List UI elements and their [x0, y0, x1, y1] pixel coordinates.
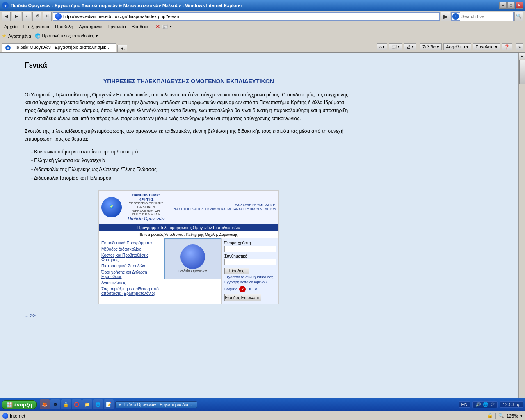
- taskbar-app-2[interactable]: 🔒: [61, 399, 71, 407]
- clock: 12:53 μμ: [500, 401, 523, 407]
- dept2: ΕΡΓΑΣΤΗΡΙΟ ΔΙΑΠΟΛΙΤΙΣΜΙΚΩΝ ΚΑΙ ΜΕΤΑΝΑΣΤΕ…: [171, 207, 276, 211]
- refresh-button[interactable]: ↺: [32, 12, 41, 21]
- menu-view[interactable]: Προβολή: [52, 23, 75, 30]
- suggested-sites-button[interactable]: 🌐 Προτεινόμενες τοποθεσίες ▾: [35, 33, 98, 39]
- dept-name: ΠΑΙΔΑΓΩΓΙΚΟ ΤΜΗΜΑ Δ.Ε.: [171, 203, 276, 207]
- menu-help[interactable]: Βοήθεια: [129, 23, 150, 30]
- tab-bar: e Παιδεία Ομογενών - Εργαστήριο Διαπολιτ…: [0, 41, 375, 52]
- supervisor-text: Επιστημονικός Υπεύθυνος : Καθηγητής Μιχά…: [139, 233, 238, 237]
- content-area: Γενικά ΥΠΗΡΕΣΙΕΣ ΤΗΛΕΚΠΑΙΔΕΥΣΗΣ ΟΜΟΓΕΝΩΝ…: [0, 53, 518, 407]
- page-content: Γενικά ΥΠΗΡΕΣΙΕΣ ΤΗΛΕΚΠΑΙΔΕΥΣΗΣ ΟΜΟΓΕΝΩΝ…: [25, 61, 353, 318]
- dropdown-button[interactable]: ▾: [22, 12, 31, 21]
- tab-icon: e: [5, 45, 11, 50]
- taskbar-apps: 🦊 ⚙ 🔒 ⭕ 📁 🌐 📝: [40, 399, 114, 407]
- globe-logo: 🌍: [101, 197, 122, 217]
- address-field[interactable]: http://www.ediamme.edc.uoc.gr/diaspora/i…: [53, 12, 440, 21]
- more-link[interactable]: ... >>: [25, 313, 353, 318]
- toolbar-row: ⌂ ▾ 📰 ▾ 🖨 ▾ Σελίδα ▾ Ασφάλεια ▾ Εργαλεία…: [375, 41, 525, 52]
- tray-icon-1: 🔊: [475, 402, 481, 407]
- search-bar: L 🔍: [451, 12, 523, 21]
- page-tool-button[interactable]: Σελίδα ▾: [420, 43, 442, 50]
- print-tool-button[interactable]: 🖨 ▾: [404, 43, 416, 50]
- search-provider-icon: L: [452, 13, 459, 20]
- taskbar-app-5[interactable]: 🌐: [93, 399, 103, 407]
- rss-icon: 📰: [162, 24, 168, 30]
- help-row: Βοήθεια ? HELP: [224, 286, 276, 292]
- password-label: Συνθηματικό: [224, 254, 276, 258]
- program-label: Π Ρ Ο Γ Ρ Α Μ Μ Α: [124, 212, 168, 216]
- taskbar-ie-window[interactable]: e Παιδεία Ομογενών - Εργαστήριο Διαπολιτ…: [115, 401, 197, 408]
- help-link[interactable]: HELP: [247, 287, 257, 291]
- taskbar-app-1[interactable]: ⚙: [50, 399, 60, 407]
- minimize-button[interactable]: −: [499, 2, 507, 9]
- help-label[interactable]: Βοήθεια: [224, 287, 237, 291]
- safety-tool-button[interactable]: Ασφάλεια ▾: [443, 43, 471, 50]
- taskbar-firefox-icon[interactable]: 🦊: [40, 399, 50, 407]
- help-tool-button[interactable]: ❓: [502, 43, 512, 50]
- brand-name: Παιδεία Ομογενών: [124, 216, 168, 221]
- tools-tool-button[interactable]: Εργαλεία ▾: [473, 43, 500, 50]
- expand-tool-button[interactable]: »: [516, 43, 523, 50]
- toolbar-sep1: [418, 43, 418, 50]
- scroll-thumb[interactable]: [519, 60, 525, 84]
- register-link[interactable]: Εγγραφή εκπαιδευόμενου: [224, 280, 276, 284]
- forward-button[interactable]: ▶: [12, 12, 21, 21]
- window-title: Παιδεία Ομογενών - Εργαστήριο Διαπολιτισ…: [11, 3, 242, 8]
- username-input[interactable]: [224, 246, 276, 252]
- search-button[interactable]: 🔍: [514, 12, 523, 21]
- portal-login-form: Όνομα χρήστη Συνθηματικό Είσοδος Ξεχάσατ…: [222, 238, 278, 304]
- active-tab[interactable]: e Παιδεία Ομογενών - Εργαστήριο Διαπολιτ…: [2, 43, 116, 52]
- title-bar: e Παιδεία Ομογενών - Εργαστήριο Διαπολιτ…: [0, 0, 525, 11]
- menu-tools[interactable]: Εργαλεία: [105, 23, 128, 30]
- taskbar-app-3[interactable]: ⭕: [72, 399, 82, 407]
- portal-link-4[interactable]: Όροι χρήσης και Δήλωση Εχεμύθειας: [101, 270, 162, 279]
- forgot-password-link[interactable]: Ξεχάσατε το συνθηματικό σας;: [224, 275, 276, 279]
- menu-edit[interactable]: Επεξεργασία: [21, 23, 52, 30]
- maximize-button[interactable]: □: [507, 2, 515, 9]
- portal-link-2[interactable]: Κόστος και Προϋποθέσεις Φοίτησης: [101, 253, 162, 262]
- bullet-item-2: - Διδασκαλία της Ελληνικής ως Δεύτερης /…: [31, 166, 353, 173]
- univ-name: ΠΑΝΕΠΙΣΤΗΜΙΟ ΚΡΗΤΗΣ: [124, 193, 168, 201]
- address-go-button[interactable]: ▶: [441, 12, 450, 21]
- start-icon: 🪟: [6, 402, 13, 408]
- new-tab-button[interactable]: +: [117, 45, 127, 52]
- username-field: Όνομα χρήστη: [224, 241, 276, 252]
- password-input[interactable]: [224, 259, 276, 265]
- start-button[interactable]: 🪟 έναρξη: [2, 400, 37, 408]
- menu-favorites[interactable]: Αγαπημένα: [76, 23, 104, 30]
- banner-bar: Πρόγραμμα Τηλεπιμόρφωσης Ομογενών Εκπαιδ…: [99, 224, 278, 231]
- portal-link-3[interactable]: Πιστοποιητικά Σπουδών: [101, 264, 162, 268]
- start-label: έναρξη: [14, 402, 32, 408]
- portal-logo: Παιδεία Ομογενών: [164, 238, 221, 279]
- tray-icon-3: 🛡: [490, 402, 495, 407]
- portal-link-5[interactable]: Ανακοινώσεις: [101, 281, 162, 285]
- section-heading: ΥΠΗΡΕΣΙΕΣ ΤΗΛΕΚΠΑΙΔΕΥΣΗΣ ΟΜΟΓΕΝΩΝ ΕΚΠΑΙΔ…: [25, 78, 353, 84]
- page-icon: [55, 13, 62, 20]
- taskbar: 🪟 έναρξη 🦊 ⚙ 🔒 ⭕ 📁 🌐 📝 e Παιδεία Ομογενώ…: [0, 398, 525, 407]
- portal-link-6[interactable]: Σας ταιριάζει η εκπαίδευση από απόσταση;…: [101, 287, 162, 296]
- ministry-name: ΥΠΟΥΡΓΕΙΟ ΕΘΝΙΚΗΣ ΠΑΙΔΕΙΑΣ & ΘΡΗΣΚΕΥΜΑΤΩ…: [124, 201, 168, 212]
- taskbar-app-4[interactable]: 📁: [82, 399, 92, 407]
- menu-bar: Αρχείο Επεξεργασία Προβολή Αγαπημένα Εργ…: [0, 22, 525, 31]
- login-button[interactable]: Είσοδος: [224, 268, 249, 274]
- stop-button[interactable]: ✕: [43, 12, 52, 21]
- portal-link-0[interactable]: Εκπαιδευτικά Προγράμματα: [101, 241, 162, 245]
- back-button[interactable]: ◀: [2, 12, 11, 21]
- portal-body: Εκπαιδευτικά Προγράμματα Μέθοδος Διδασκα…: [99, 238, 278, 304]
- taskbar-right: EN 🔊 🌐 🛡 12:53 μμ: [459, 401, 523, 408]
- portal-header-text: ΠΑΝΕΠΙΣΤΗΜΙΟ ΚΡΗΤΗΣ ΥΠΟΥΡΓΕΙΟ ΕΘΝΙΚΗΣ ΠΑ…: [124, 193, 168, 221]
- help-icon: ?: [239, 286, 246, 292]
- menu-file[interactable]: Αρχείο: [2, 23, 20, 30]
- feeds-tool-button[interactable]: 📰 ▾: [389, 43, 402, 50]
- search-input[interactable]: [460, 12, 513, 21]
- scroll-up-button[interactable]: ▲: [519, 53, 525, 59]
- embedded-portal-image: 🌍 ΠΑΝΕΠΙΣΤΗΜΙΟ ΚΡΗΤΗΣ ΥΠΟΥΡΓΕΙΟ ΕΘΝΙΚΗΣ …: [98, 190, 279, 304]
- taskbar-app-6[interactable]: 📝: [104, 399, 114, 407]
- visitor-button[interactable]: Είσοδος Επισκέπτη: [224, 294, 261, 301]
- page-title: Γενικά: [25, 61, 353, 70]
- tab-label: Παιδεία Ομογενών - Εργαστήριο Διαπολιτισ…: [14, 45, 116, 50]
- home-tool-button[interactable]: ⌂ ▾: [377, 43, 387, 50]
- close-button[interactable]: ✕: [516, 2, 523, 9]
- portal-link-1[interactable]: Μέθοδος Διδασκαλίας: [101, 247, 162, 251]
- favorites-button[interactable]: Αγαπημένα: [8, 34, 31, 39]
